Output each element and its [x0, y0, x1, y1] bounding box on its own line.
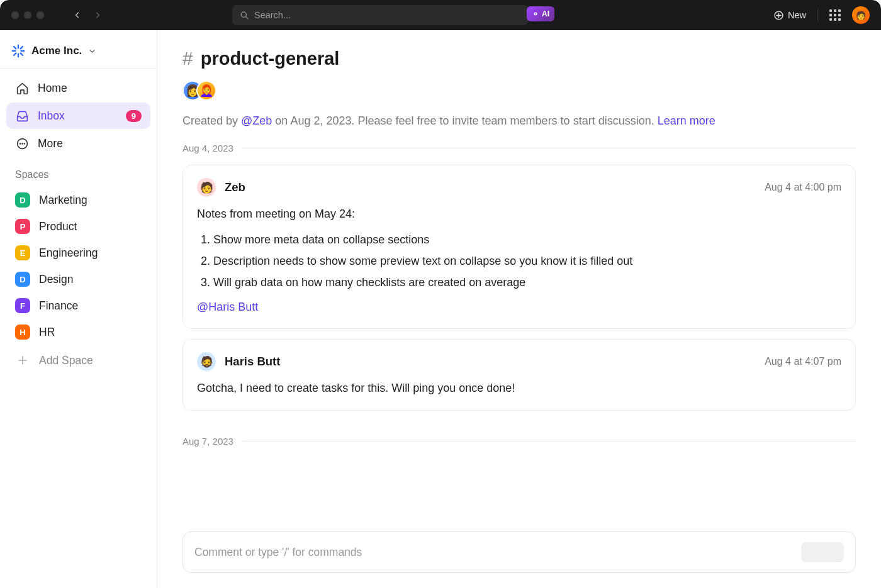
space-item[interactable]: PProduct	[6, 213, 150, 240]
add-space-label: Add Space	[39, 354, 93, 367]
plus-circle-icon	[773, 10, 784, 21]
date-separator: Aug 4, 2023	[182, 143, 856, 153]
workspace-name: Acme Inc.	[31, 45, 82, 57]
space-label: Engineering	[39, 247, 98, 260]
space-label: Design	[39, 273, 73, 286]
traffic-close[interactable]	[11, 11, 19, 19]
nav-more[interactable]: More	[6, 130, 150, 157]
composer-input[interactable]	[194, 546, 801, 559]
nav-back-button[interactable]	[69, 7, 86, 23]
space-badge: H	[15, 325, 30, 340]
nav-forward-button[interactable]	[89, 7, 106, 23]
ai-label: AI	[542, 9, 549, 18]
message-body: Gotcha, I need to create tasks for this.…	[197, 380, 841, 397]
space-label: Product	[39, 220, 77, 233]
space-badge: E	[15, 245, 30, 260]
inbox-badge: 9	[126, 110, 142, 122]
space-item[interactable]: HHR	[6, 319, 150, 345]
spaces-section-title: Spaces	[6, 158, 150, 187]
search-placeholder: Search...	[254, 10, 291, 20]
search-icon	[240, 11, 249, 20]
home-icon	[15, 81, 29, 95]
ai-badge[interactable]: AI	[527, 6, 554, 21]
created-by-mention[interactable]: @Zeb	[241, 114, 272, 127]
created-prefix: Created by	[182, 114, 241, 127]
learn-more-link[interactable]: Learn more	[658, 114, 715, 127]
space-label: Finance	[39, 299, 78, 313]
main-content: # product-general 👩 👩‍🦰 Created by @Zeb …	[157, 30, 881, 588]
space-item[interactable]: DMarketing	[6, 187, 150, 213]
chevron-left-icon	[74, 11, 81, 19]
apps-grid-button[interactable]	[829, 9, 841, 21]
send-button[interactable]	[801, 542, 844, 562]
ai-sparkle-icon	[532, 10, 539, 18]
message-time: Aug 4 at 4:07 pm	[765, 356, 841, 367]
space-badge: D	[15, 272, 30, 287]
avatar: 🧑	[197, 178, 216, 197]
nav-home-label: Home	[38, 82, 67, 95]
divider	[817, 9, 818, 21]
message-card[interactable]: 🧑 Zeb Aug 4 at 4:00 pm Notes from meetin…	[182, 165, 856, 329]
nav-inbox-label: Inbox	[38, 109, 65, 123]
chevron-right-icon	[94, 11, 101, 19]
svg-line-11	[21, 47, 23, 48]
svg-line-1	[245, 16, 248, 19]
chevron-down-icon	[88, 47, 96, 55]
svg-point-16	[23, 143, 25, 144]
date-separator: Aug 7, 2023	[182, 436, 856, 447]
sidebar: Acme Inc. Home Inbox 9 More Spaces DMark…	[0, 30, 157, 588]
svg-line-10	[21, 53, 23, 55]
channel-subline: Created by @Zeb on Aug 2, 2023. Please f…	[182, 114, 856, 128]
profile-avatar[interactable]: 🧑	[852, 6, 870, 24]
traffic-min[interactable]	[24, 11, 31, 19]
more-icon	[15, 136, 29, 150]
titlebar: Search... AI New 🧑	[0, 0, 881, 30]
search-input-wrap[interactable]: Search... AI	[232, 5, 528, 25]
hash-icon: #	[182, 48, 193, 69]
nav-more-label: More	[38, 137, 63, 150]
svg-point-3	[535, 13, 536, 14]
nav-home[interactable]: Home	[6, 75, 150, 101]
date-label: Aug 4, 2023	[182, 143, 233, 153]
space-badge: P	[15, 219, 30, 234]
avatar: 🧔	[197, 352, 216, 371]
composer[interactable]	[182, 531, 856, 573]
created-rest: on Aug 2, 2023. Please feel free to invi…	[272, 114, 657, 127]
space-badge: F	[15, 298, 30, 313]
message-time: Aug 4 at 4:00 pm	[765, 182, 841, 193]
channel-title: product-general	[201, 48, 340, 69]
workspace-switcher[interactable]: Acme Inc.	[0, 38, 157, 69]
date-label: Aug 7, 2023	[182, 436, 233, 447]
traffic-lights	[11, 11, 44, 19]
space-item[interactable]: EEngineering	[6, 240, 150, 266]
mention[interactable]: @Haris Butt	[197, 301, 258, 313]
list-item: Description needs to show some preview t…	[213, 251, 841, 272]
message-author: Zeb	[225, 180, 245, 194]
svg-point-15	[21, 143, 23, 144]
space-label: HR	[39, 326, 55, 339]
channel-header: # product-general	[182, 48, 856, 69]
avatar: 👩‍🦰	[196, 80, 216, 101]
plus-icon	[15, 353, 30, 368]
add-space-button[interactable]: Add Space	[6, 345, 150, 375]
member-avatars[interactable]: 👩 👩‍🦰	[182, 80, 856, 101]
message-intro: Notes from meeting on May 24:	[197, 206, 841, 223]
workspace-logo-icon	[11, 44, 25, 58]
svg-line-9	[14, 47, 16, 48]
list-item: Show more meta data on collapse sections	[213, 230, 841, 251]
space-badge: D	[15, 192, 30, 208]
space-item[interactable]: DDesign	[6, 266, 150, 292]
traffic-max[interactable]	[36, 11, 44, 19]
new-button[interactable]: New	[773, 10, 806, 21]
list-item: Will grab data on how many checklists ar…	[213, 272, 841, 294]
svg-point-14	[19, 143, 20, 144]
new-button-label: New	[788, 10, 806, 20]
nav-inbox[interactable]: Inbox 9	[6, 103, 150, 129]
space-label: Marketing	[39, 194, 87, 207]
message-card[interactable]: 🧔 Haris Butt Aug 4 at 4:07 pm Gotcha, I …	[182, 339, 856, 411]
inbox-icon	[15, 109, 29, 123]
message-author: Haris Butt	[225, 355, 280, 369]
space-item[interactable]: FFinance	[6, 292, 150, 319]
svg-line-12	[14, 53, 16, 55]
